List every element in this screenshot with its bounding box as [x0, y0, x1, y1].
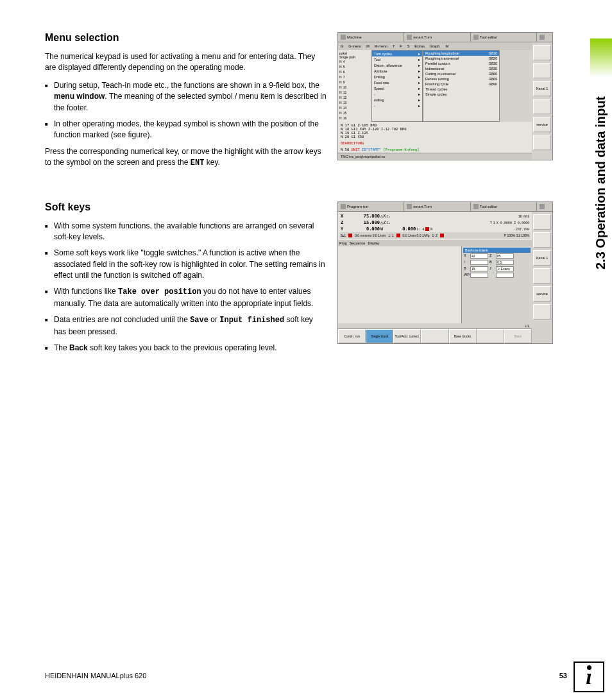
side-button[interactable]	[533, 99, 551, 114]
dialog-input[interactable]	[470, 260, 488, 265]
softkey[interactable]: Tool/Add. correct.	[393, 329, 421, 343]
section-soft-keys: Soft keys With some system functions, th…	[45, 201, 590, 359]
s1-tab-machine[interactable]: Machine	[338, 33, 404, 42]
menu1-item[interactable]: Feed rate▸	[372, 80, 422, 85]
tb-t[interactable]: T	[391, 44, 396, 49]
code-line: N12	[339, 95, 370, 100]
tb2-display[interactable]: Display	[368, 241, 379, 245]
diamond-icon	[407, 204, 412, 209]
tb-graph[interactable]: Graph.	[429, 44, 442, 49]
tb-gmenu[interactable]: G-menu	[347, 44, 362, 49]
s2-tab-smartturn[interactable]: smart.Turn	[404, 202, 470, 211]
tb-g[interactable]: G	[339, 44, 344, 49]
side-button[interactable]	[533, 232, 551, 248]
softkey[interactable]: Contin. run	[338, 329, 366, 343]
menu1-item[interactable]: milling▸	[372, 97, 422, 103]
tb-extras[interactable]: Extras	[413, 44, 426, 49]
menu1-item[interactable]: Drilling▸	[372, 74, 422, 80]
tb-f[interactable]: F	[398, 44, 403, 49]
dialog-input[interactable]	[496, 266, 514, 271]
menu1-item[interactable]: Attribute▸	[372, 68, 422, 74]
s2-softkey-row: Contin. runSingle blockTool/Add. correct…	[338, 329, 532, 343]
menu1-item[interactable]: Speed▸	[372, 85, 422, 91]
menu2-item[interactable]: Roughing longitudinalG810	[423, 51, 499, 56]
axis-row-z: Z 15.000 △Z C₂T1X 0.0000 Z 0.0000	[339, 219, 531, 226]
softkey[interactable]: Single block	[366, 329, 393, 343]
heading-menu-selection: Menu selection	[45, 32, 327, 44]
code-line: N13	[339, 100, 370, 105]
dialog-input[interactable]	[470, 273, 488, 278]
s2-tab-programrun[interactable]: Program run	[338, 202, 404, 211]
tb-s[interactable]: S	[406, 44, 411, 49]
s1-tabs: Machine smart.Turn Tool editor	[338, 33, 552, 42]
side-button[interactable]: Kanal 1	[533, 81, 551, 96]
page-number: 53	[559, 672, 567, 679]
bullet-list-1: During setup, Teach-in mode etc., the fu…	[45, 80, 327, 141]
s1-side-buttons: Kanal 1service	[532, 42, 552, 160]
menu2-item[interactable]: Roughing transversalG820	[423, 56, 499, 61]
bullet-1: During setup, Teach-in mode etc., the fu…	[45, 80, 327, 114]
side-button[interactable]	[533, 214, 551, 230]
dialog-input[interactable]	[496, 260, 514, 265]
tb-mmenu[interactable]: M-menu	[373, 44, 389, 49]
menu2-item[interactable]: Finishing cycleG890	[423, 81, 499, 87]
side-button[interactable]	[533, 45, 551, 60]
menu1-item[interactable]: -▸	[372, 103, 422, 108]
tb-m[interactable]: M	[365, 44, 371, 49]
side-button[interactable]: service	[533, 286, 551, 302]
side-button[interactable]	[533, 268, 551, 284]
tb-m2[interactable]: M	[445, 44, 450, 49]
s2-tab-extra[interactable]	[537, 202, 552, 211]
side-button[interactable]: service	[533, 117, 551, 132]
s1-tab-tooleditor[interactable]: Tool editor	[471, 33, 537, 42]
s2-feed-speed-row: S₁1 0.0 mm/min 0.0 1/min 1: 1 0.0 1/min …	[339, 232, 531, 239]
s1-tab-extra[interactable]	[537, 33, 552, 42]
dialog-row: IB	[463, 259, 531, 266]
menu2-item[interactable]: Parallel contourG830	[423, 61, 499, 66]
menu1-item[interactable]: Tool▸	[372, 56, 422, 62]
menu1-item[interactable]: -▸	[372, 91, 422, 97]
s1-bearbeitung: BEARBEITUNG	[338, 140, 532, 146]
side-button[interactable]	[533, 63, 551, 78]
dialog-row: WP	[463, 272, 531, 278]
code-line: N15	[339, 110, 370, 115]
softkey[interactable]	[477, 329, 504, 343]
para-1: The numerical keypad is used for activat…	[45, 51, 327, 74]
s2-toolbar: Prog Sequence Display	[338, 240, 532, 246]
tb2-sequence[interactable]: Sequence	[350, 241, 366, 245]
s1-submenu-1: Turn cycles▸Tool▸Datum, allowance▸Attrib…	[371, 50, 423, 122]
red-indicator-icon	[348, 234, 352, 237]
code-line: N11	[339, 90, 370, 95]
dialog-input[interactable]	[470, 253, 488, 259]
dialog-input[interactable]	[496, 273, 514, 278]
info-icon: ı	[574, 662, 604, 692]
softkey[interactable]: Base blocks	[449, 329, 477, 343]
side-button[interactable]: Kanal 1	[533, 250, 551, 266]
menu2-item[interactable]: Thread cycles	[423, 87, 499, 92]
s1-unit-line: N 50 UNIT ID"START" [Programm-Anfang]	[338, 146, 532, 153]
side-button[interactable]	[533, 304, 551, 320]
dialog-input[interactable]	[496, 253, 514, 259]
s2-axis-readout: X 75.000 △X C₁ID001 Z 15.000 △Z C₂T1X 0.…	[338, 212, 532, 240]
menu1-item[interactable]: Datum, allowance▸	[372, 62, 422, 68]
s2-tabs: Program run smart.Turn Tool editor	[338, 202, 552, 212]
menu2-item[interactable]: Recess turningG869	[423, 76, 499, 81]
screenshot-1: Machine smart.Turn Tool editor G G-menu …	[337, 32, 553, 160]
softkey[interactable]: Back	[504, 329, 532, 343]
menu2-item[interactable]: Simple cycles	[423, 92, 499, 97]
tb2-prog[interactable]: Prog	[339, 241, 347, 245]
menu1-item[interactable]: Turn cycles▸	[372, 51, 422, 56]
red-indicator-icon	[396, 234, 400, 237]
s1-toolbar: G G-menu M M-menu T F S Extras Graph. M	[338, 42, 532, 50]
dialog-input[interactable]	[470, 266, 488, 271]
side-button[interactable]	[533, 135, 551, 150]
para-2: Press the corresponding numerical key, o…	[45, 146, 327, 169]
softkey[interactable]	[421, 329, 448, 343]
menu2-item[interactable]: Cutting-in universalG860	[423, 71, 499, 76]
s2-tab-tooleditor[interactable]: Tool editor	[471, 202, 537, 211]
footer-left: HEIDENHAIN MANUALplus 620	[45, 672, 146, 679]
code-line: N 20 G1 X50	[341, 135, 529, 139]
menu2-item[interactable]: bidirectionalG835	[423, 66, 499, 71]
s1-tab-smartturn[interactable]: smart.Turn	[404, 33, 470, 42]
bullet-2: In other operating modes, the keypad sym…	[45, 119, 327, 141]
